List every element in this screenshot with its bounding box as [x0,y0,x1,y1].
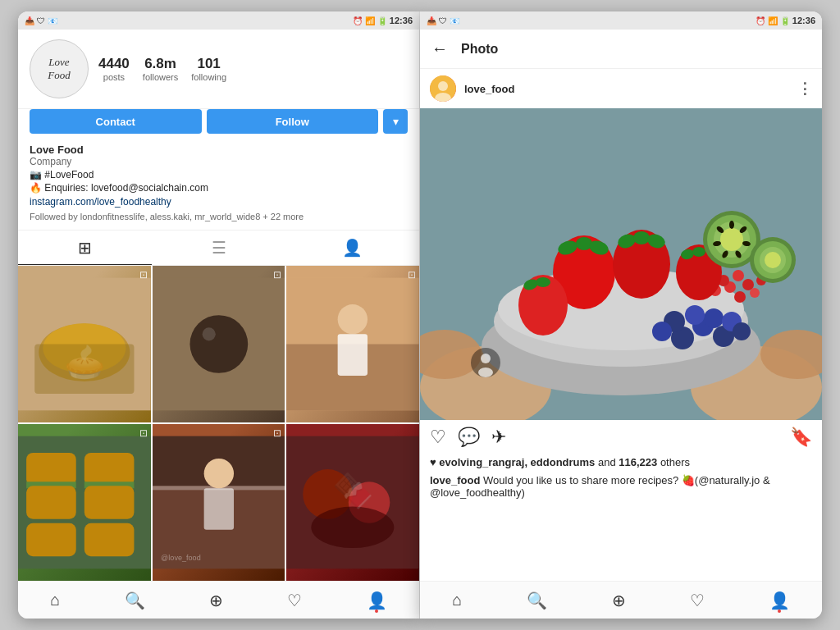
bio-name: Love Food [30,144,408,156]
svg-rect-16 [84,453,135,486]
likes-text: ♥ evolving_rangraj, eddondrums and 116,2… [430,456,690,468]
save-button[interactable]: 🔖 [790,427,812,448]
photo-grid: 🥧 ⊡ ⊡ [18,266,419,581]
grid-cell-4[interactable]: ⊡ [18,424,151,581]
likes-count: 116,223 [619,456,657,468]
phone-right: 📥 🛡 📧 ⏰ 📶 🔋 12:36 ← Photo [420,11,822,619]
grid-image-6: 🍫 [286,424,419,581]
post-avatar [430,75,456,102]
posts-count: 4440 [98,56,130,72]
svg-rect-13 [26,453,76,486]
time-left: 12:36 [390,16,413,25]
status-right-left: 📥 🛡 📧 [427,16,459,25]
svg-rect-18 [84,486,135,518]
grid-cell-2[interactable]: ⊡ [153,266,285,422]
grid-image-2: ⊡ [153,266,285,422]
post-header: love_food ⋮ [420,69,822,108]
back-button[interactable]: ← [431,39,448,58]
grid-cell-5[interactable]: @love_food ⊡ [153,424,285,581]
followers-label: followers [143,72,178,82]
tab-bar: ⊞ ☰ 👤 [18,230,419,266]
cell-icon-4: ⊡ [139,427,148,439]
nav-home-right[interactable]: ⌂ [452,591,462,609]
bottom-nav-left: ⌂ 🔍 ⊕ ♡ 👤 [18,581,419,619]
bio-line2: 🔥 Enquiries: lovefood@socialchain.com [30,182,408,194]
post-more-button[interactable]: ⋮ [797,80,812,98]
nav-profile-left[interactable]: 👤 [367,591,387,610]
stat-followers: 6.8m followers [143,56,178,82]
comment-button[interactable]: 💬 [458,427,480,448]
svg-point-70 [536,277,550,287]
status-right-icons: ⏰ 📶 🔋 12:36 [353,16,413,25]
svg-rect-25 [203,488,233,530]
grid-cell-6[interactable]: 🍫 [286,424,419,581]
tab-tagged[interactable]: 👤 [285,231,419,265]
following-count: 101 [197,56,220,72]
stats-row: 4440 posts 6.8m followers 101 following [98,56,408,82]
bio-category: Company [30,156,408,167]
status-right-icons-r: ⏰ 📶 🔋 12:36 [756,16,815,25]
svg-point-90 [481,354,491,363]
nav-add-right[interactable]: ⊕ [612,591,626,610]
time-right: 12:36 [792,16,815,25]
action-buttons: Contact Follow ▾ [18,109,419,144]
battery-icon: 🔋 [377,16,387,25]
svg-point-88 [765,252,781,268]
avatar-logo: LoveFood [48,56,70,81]
following-label: following [191,72,226,82]
status-icon-download-r: 📥 [427,16,436,25]
stat-following: 101 following [191,56,226,82]
status-icon-download: 📥 [25,16,34,25]
nav-search-left[interactable]: 🔍 [125,591,145,610]
caption-text: Would you like us to share more recipes?… [430,474,770,499]
post-likes: ♥ evolving_rangraj, eddondrums and 116,2… [420,454,822,472]
caption-username: love_food [430,474,480,486]
share-button[interactable]: ✈ [491,427,506,448]
svg-rect-20 [84,523,135,556]
svg-point-46 [704,308,724,328]
nav-heart-left[interactable]: ♡ [287,591,302,610]
nav-profile-right[interactable]: 👤 [769,591,790,610]
cell-icon-5: ⊡ [273,427,281,439]
nav-heart-right[interactable]: ♡ [690,591,705,610]
nav-add-left[interactable]: ⊕ [209,591,223,610]
nav-search-right[interactable]: 🔍 [527,591,547,610]
grid-cell-1[interactable]: 🥧 ⊡ [18,266,151,422]
svg-point-24 [203,459,233,488]
svg-rect-15 [26,486,76,518]
svg-point-91 [478,368,493,377]
alarm-icon: ⏰ [353,16,363,25]
bio-section: Love Food Company 📷 #LoveFood 🔥 Enquirie… [18,144,419,230]
grid-image-4: ⊡ [18,424,151,581]
grid-cell-3[interactable]: ⊡ [286,266,419,422]
dropdown-button[interactable]: ▾ [383,109,408,134]
bio-link[interactable]: instagram.com/love_foodhealthy [30,196,171,208]
svg-point-62 [576,237,592,250]
wifi-icon-r: 📶 [768,16,778,25]
cell-icon-2: ⊡ [273,269,281,281]
svg-point-30 [312,507,395,549]
phone-left: 📥 🛡 📧 ⏰ 📶 🔋 12:36 LoveFood 4440 [18,11,420,619]
photo-title: Photo [461,42,498,57]
svg-text:@love_food: @love_food [161,554,201,562]
stat-posts: 4440 posts [98,56,130,82]
svg-text:🍫: 🍫 [332,472,374,512]
post-image [420,108,822,420]
grid-image-5: @love_food ⊡ [153,424,285,581]
posts-label: posts [103,72,125,82]
nav-home-left[interactable]: ⌂ [50,591,60,609]
like-button[interactable]: ♡ [430,427,446,448]
tab-grid[interactable]: ⊞ [18,231,152,265]
post-caption: love_food Would you like us to share mor… [420,472,822,505]
bottom-nav-right: ⌂ 🔍 ⊕ ♡ 👤 [420,581,822,619]
svg-point-7 [202,327,215,340]
svg-point-66 [633,231,650,244]
contact-button[interactable]: Contact [30,109,202,134]
alarm-icon-r: ⏰ [756,16,765,25]
follow-button[interactable]: Follow [207,109,379,134]
post-actions: ♡ 💬 ✈ 🔖 [420,420,822,454]
tab-list[interactable]: ☰ [152,231,285,265]
svg-point-57 [750,288,760,298]
svg-point-51 [733,322,751,340]
profile-avatar: LoveFood [30,39,89,98]
